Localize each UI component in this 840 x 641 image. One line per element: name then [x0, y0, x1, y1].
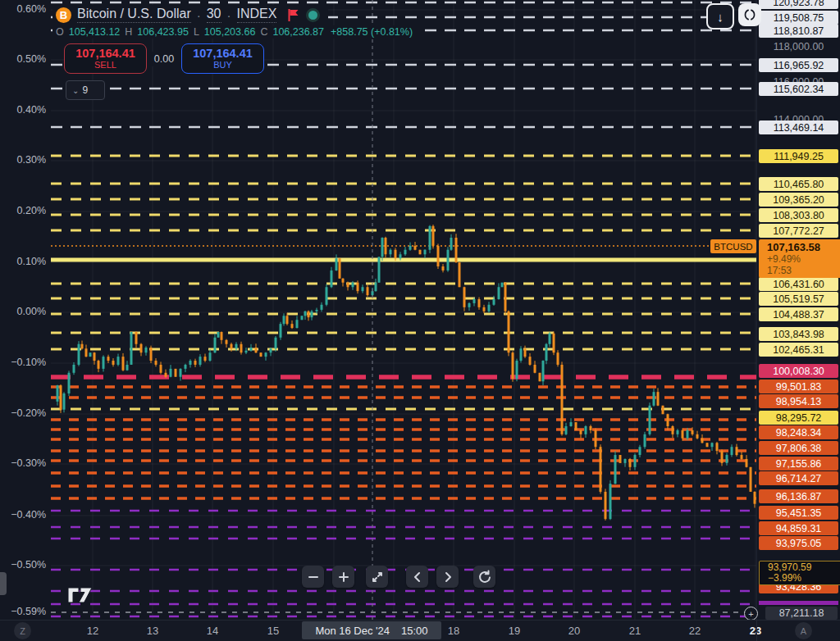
- price-label: 96,714.27: [759, 471, 838, 485]
- alert-price-change: −3.99%: [768, 573, 840, 584]
- sell-button[interactable]: 107,164.41 SELL: [64, 43, 147, 74]
- candle: [542, 361, 545, 381]
- candle: [221, 332, 223, 340]
- candle: [283, 316, 285, 324]
- candle: [649, 406, 651, 434]
- add-alert-plus-icon[interactable]: +: [744, 607, 758, 621]
- candle: [85, 348, 88, 357]
- spread-value: 0.00: [147, 52, 181, 66]
- candle: [414, 246, 417, 250]
- candle: [160, 365, 162, 373]
- candle: [498, 287, 500, 299]
- candle: [516, 361, 518, 379]
- percent-label: 0.20%: [5, 205, 46, 216]
- candle: [677, 430, 679, 434]
- buy-price: 107,164.41: [193, 47, 253, 60]
- ohlc-value: 105,413.12: [69, 26, 121, 38]
- candle: [68, 373, 71, 393]
- percent-label: −0.40%: [5, 509, 46, 521]
- chart-pane[interactable]: [0, 0, 840, 641]
- auto-scale-badge[interactable]: A: [795, 622, 812, 639]
- price-label: 113,469.14: [759, 120, 838, 134]
- candle: [639, 447, 641, 455]
- scale-corner: A: [756, 620, 840, 641]
- percent-label: −0.30%: [5, 457, 46, 469]
- price-label: 115,602.34: [759, 82, 838, 96]
- candle: [155, 361, 158, 365]
- chevron-right-button[interactable]: [436, 566, 459, 588]
- candle: [347, 283, 349, 288]
- candle: [493, 299, 495, 305]
- bar-count-dropdown[interactable]: ⌄ 9: [66, 80, 105, 100]
- buy-button[interactable]: 107,164.41 BUY: [181, 43, 264, 74]
- fullscreen-toggle-button[interactable]: [738, 3, 761, 26]
- candle: [575, 422, 578, 430]
- candle: [63, 393, 66, 410]
- candle: [390, 250, 392, 255]
- price-label: 108,303.80: [759, 208, 838, 222]
- symbol-title[interactable]: Bitcoin / U.S. Dollar: [77, 7, 191, 23]
- top-right-buttons: ↓: [706, 3, 761, 30]
- candle: [644, 434, 646, 447]
- candle: [375, 283, 377, 291]
- separator: ·: [197, 8, 201, 22]
- alert-price-label[interactable]: 93,970.59−3.99%: [759, 561, 840, 585]
- percent-scale[interactable]: 0.60%0.50%0.40%0.30%0.20%0.10%0.00%−0.10…: [0, 0, 49, 620]
- candle: [455, 238, 458, 262]
- candle: [140, 344, 143, 352]
- candle: [357, 283, 359, 291]
- price-label: 97,806.38: [759, 441, 838, 455]
- candle: [107, 357, 110, 361]
- candle: [189, 361, 192, 365]
- candle: [706, 443, 709, 447]
- candle: [301, 316, 304, 320]
- price-label: 98,295.72: [759, 411, 838, 425]
- series-symbol-tag[interactable]: BTCUSD: [710, 239, 756, 253]
- download-arrow-button[interactable]: ↓: [706, 3, 734, 30]
- maximize-button[interactable]: [366, 566, 388, 588]
- candle: [629, 459, 632, 467]
- candle: [585, 426, 587, 434]
- candle: [81, 344, 84, 349]
- candle: [424, 250, 427, 255]
- percent-label: −0.20%: [5, 407, 46, 419]
- separator: ·: [227, 8, 231, 22]
- market-label[interactable]: INDEX: [237, 7, 277, 23]
- candle: [450, 238, 453, 250]
- maximize-icon: [371, 571, 384, 584]
- interval-value[interactable]: 30: [207, 7, 221, 23]
- candle: [609, 484, 612, 519]
- reset-button[interactable]: [473, 566, 495, 588]
- candle: [508, 311, 510, 352]
- candle: [716, 443, 719, 451]
- candle: [565, 426, 568, 434]
- flag-icon[interactable]: [287, 8, 300, 22]
- candle: [595, 430, 597, 447]
- crosshair-time: 15:00: [401, 625, 428, 637]
- change-value: +858.75 (+0.81%): [331, 26, 413, 38]
- timezone-badge[interactable]: Z: [14, 622, 31, 639]
- candle: [701, 439, 704, 443]
- sell-price: 107,164.41: [75, 47, 135, 60]
- candle: [750, 467, 752, 492]
- candle: [399, 254, 402, 258]
- bar-count-value: 9: [82, 84, 88, 96]
- chevron-left-icon: [411, 571, 424, 584]
- candle: [520, 348, 523, 361]
- candle: [634, 455, 637, 467]
- price-label: 116,965.92: [759, 58, 838, 72]
- candle: [512, 352, 514, 379]
- trade-widget: 107,164.41 SELL 0.00 107,164.41 BUY: [64, 43, 264, 74]
- candle: [235, 344, 238, 349]
- minus-button[interactable]: [302, 566, 324, 588]
- tradingview-logo[interactable]: [67, 587, 94, 603]
- plus-button[interactable]: [332, 566, 354, 588]
- status-dot-icon[interactable]: [306, 8, 320, 22]
- bitcoin-icon: B: [56, 7, 71, 23]
- price-label: 99,501.83: [759, 380, 838, 393]
- chevron-left-button[interactable]: [406, 566, 428, 588]
- price-scale[interactable]: + 120,923.78119,508.75118,810.87118,000.…: [756, 0, 840, 620]
- time-label: 15: [267, 625, 279, 637]
- candle: [437, 246, 440, 266]
- candle: [696, 434, 699, 439]
